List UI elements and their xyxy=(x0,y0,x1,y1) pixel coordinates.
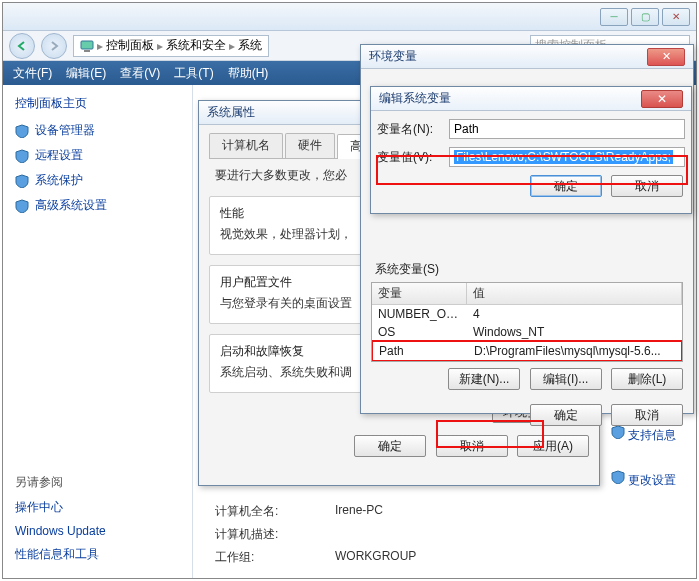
sidebar-item-remote[interactable]: 远程设置 xyxy=(15,147,180,164)
crumb[interactable]: 系统和安全 xyxy=(166,37,226,54)
arrow-right-icon xyxy=(48,40,60,52)
sidebar-sub-action-center[interactable]: 操作中心 xyxy=(15,499,180,516)
sidebar-item-label: 远程设置 xyxy=(35,147,83,164)
var-value-label: 变量值(V): xyxy=(377,149,449,166)
dialog-title-text: 编辑系统变量 xyxy=(379,90,451,107)
shield-icon xyxy=(15,199,29,213)
breadcrumb[interactable]: ▸ 控制面板 ▸ 系统和安全 ▸ 系统 xyxy=(73,35,269,57)
shield-icon xyxy=(15,174,29,188)
computer-icon xyxy=(80,39,94,53)
sidebar-item-advanced[interactable]: 高级系统设置 xyxy=(15,197,180,214)
close-button[interactable]: ✕ xyxy=(647,48,685,66)
shield-icon xyxy=(15,149,29,163)
table-row[interactable]: NUMBER_OF_PR...4 xyxy=(372,305,682,323)
tab-hardware[interactable]: 硬件 xyxy=(285,133,335,158)
table-row[interactable]: OSWindows_NT xyxy=(372,323,682,341)
dialog-title: 环境变量 ✕ xyxy=(361,45,693,69)
cancel-button[interactable]: 取消 xyxy=(611,404,683,426)
ok-button[interactable]: 确定 xyxy=(530,404,602,426)
dialog-title-text: 系统属性 xyxy=(207,104,255,121)
tab-computer-name[interactable]: 计算机名 xyxy=(209,133,283,158)
see-also-label: 另请参阅 xyxy=(15,474,180,491)
sidebar-home[interactable]: 控制面板主页 xyxy=(15,95,180,112)
menu-help[interactable]: 帮助(H) xyxy=(228,65,269,82)
edit-system-variable-dialog: 编辑系统变量 ✕ 变量名(N): Path 变量值(V): Files\Leno… xyxy=(370,86,692,214)
var-name-input[interactable]: Path xyxy=(449,119,685,139)
shield-icon xyxy=(15,124,29,138)
dialog-title: 编辑系统变量 ✕ xyxy=(371,87,691,111)
maximize-button[interactable]: ▢ xyxy=(631,8,659,26)
sidebar-item-label: 设备管理器 xyxy=(35,122,95,139)
minimize-button[interactable]: ─ xyxy=(600,8,628,26)
forward-button[interactable] xyxy=(41,33,67,59)
delete-button[interactable]: 删除(L) xyxy=(611,368,683,390)
cancel-button[interactable]: 取消 xyxy=(611,175,683,197)
back-button[interactable] xyxy=(9,33,35,59)
edit-button[interactable]: 编辑(I)... xyxy=(530,368,602,390)
var-value-value: Files\Lenovo;C:\SWTOOLS\ReadyApps; xyxy=(454,150,673,164)
workgroup-label: 工作组: xyxy=(215,549,335,566)
menu-edit[interactable]: 编辑(E) xyxy=(66,65,106,82)
crumb[interactable]: 系统 xyxy=(238,37,262,54)
ok-button[interactable]: 确定 xyxy=(354,435,426,457)
close-button[interactable]: ✕ xyxy=(662,8,690,26)
full-name-value: Irene-PC xyxy=(335,503,383,520)
menu-file[interactable]: 文件(F) xyxy=(13,65,52,82)
ok-button[interactable]: 确定 xyxy=(530,175,602,197)
shield-icon xyxy=(611,470,625,484)
menu-view[interactable]: 查看(V) xyxy=(120,65,160,82)
apply-button[interactable]: 应用(A) xyxy=(517,435,589,457)
sidebar-item-device-manager[interactable]: 设备管理器 xyxy=(15,122,180,139)
svg-rect-1 xyxy=(84,50,90,52)
menu-tools[interactable]: 工具(T) xyxy=(174,65,213,82)
system-vars-list[interactable]: 变量 值 NUMBER_OF_PR...4 OSWindows_NT PathD… xyxy=(371,282,683,362)
arrow-left-icon xyxy=(16,40,28,52)
window-titlebar: ─ ▢ ✕ xyxy=(3,3,696,31)
sidebar: 控制面板主页 设备管理器 远程设置 系统保护 高级系统设置 另请参阅 操作中心 … xyxy=(3,85,193,578)
desc-label: 计算机描述: xyxy=(215,526,335,543)
change-settings-link[interactable]: 更改设置 xyxy=(628,473,676,487)
full-name-label: 计算机全名: xyxy=(215,503,335,520)
table-row-path[interactable]: PathD:\ProgramFiles\mysql\mysql-5.6... xyxy=(371,340,683,362)
var-name-label: 变量名(N): xyxy=(377,121,449,138)
var-name-value: Path xyxy=(454,122,479,136)
system-vars-label: 系统变量(S) xyxy=(375,261,683,278)
header-variable: 变量 xyxy=(372,283,467,304)
sidebar-item-label: 系统保护 xyxy=(35,172,83,189)
var-value-input[interactable]: Files\Lenovo;C:\SWTOOLS\ReadyApps; xyxy=(449,147,685,167)
sidebar-sub-windows-update[interactable]: Windows Update xyxy=(15,524,180,538)
sidebar-sub-perfinfo[interactable]: 性能信息和工具 xyxy=(15,546,180,563)
list-header: 变量 值 xyxy=(372,283,682,305)
crumb[interactable]: 控制面板 xyxy=(106,37,154,54)
sidebar-item-label: 高级系统设置 xyxy=(35,197,107,214)
header-value: 值 xyxy=(467,283,682,304)
sidebar-item-protection[interactable]: 系统保护 xyxy=(15,172,180,189)
new-button[interactable]: 新建(N)... xyxy=(448,368,521,390)
workgroup-value: WORKGROUP xyxy=(335,549,416,566)
close-button[interactable]: ✕ xyxy=(641,90,683,108)
dialog-title-text: 环境变量 xyxy=(369,48,417,65)
cancel-button[interactable]: 取消 xyxy=(436,435,508,457)
svg-rect-0 xyxy=(81,41,93,49)
table-row[interactable]: PATHEXT.COM;.EXE;.BAT;.CMD;.VBS;.VBE... xyxy=(372,361,682,362)
